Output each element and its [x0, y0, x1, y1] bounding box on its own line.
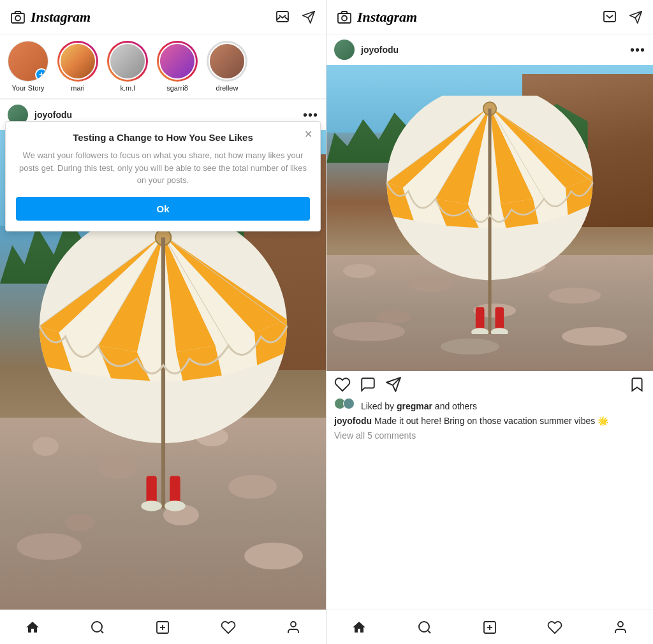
notification-body: We want your followers to focus on what …	[16, 149, 310, 187]
right-bottom-nav	[326, 610, 653, 644]
your-story-label: Your Story	[12, 84, 45, 92]
story-avatar-mari	[59, 43, 96, 80]
nav-add-left[interactable]	[155, 620, 170, 635]
left-panel: Instagram + Your Story	[0, 0, 326, 644]
umbrella-svg-left	[33, 193, 293, 538]
svg-point-18	[92, 622, 102, 632]
svg-rect-15	[170, 476, 180, 504]
story-ring-kml	[107, 41, 148, 82]
svg-point-25	[342, 15, 347, 20]
story-ring-drellew	[207, 41, 247, 82]
comment-button-right[interactable]	[360, 376, 376, 393]
left-header: Instagram	[0, 0, 326, 34]
nav-heart-right[interactable]	[547, 620, 562, 635]
svg-point-16	[141, 501, 162, 511]
svg-rect-14	[146, 476, 156, 504]
story-label-mari: mari	[71, 84, 84, 92]
story-item-mari[interactable]: mari	[57, 41, 98, 92]
share-button-right[interactable]	[385, 376, 402, 393]
send-icon-right[interactable]	[629, 10, 643, 24]
send-icon-left[interactable]	[302, 10, 316, 24]
svg-rect-0	[11, 13, 24, 23]
left-header-right	[275, 10, 316, 25]
stories-bar-left: + Your Story mari k.m.l sgarri8	[0, 34, 326, 99]
right-post-user[interactable]: joyofodu	[334, 40, 399, 60]
caption-username[interactable]: joyofodu	[334, 416, 372, 426]
svg-point-49	[618, 622, 623, 627]
svg-rect-26	[604, 11, 615, 22]
messenger-icon-right[interactable]	[602, 10, 617, 25]
svg-rect-2	[277, 11, 288, 22]
camera-icon-right[interactable]	[337, 10, 352, 25]
liked-by-rest: and others	[432, 401, 477, 411]
story-ring-sgarri8	[157, 41, 198, 82]
nav-home-left[interactable]	[25, 620, 40, 635]
right-actions-left	[334, 376, 402, 393]
instagram-logo-left: Instagram	[31, 9, 91, 26]
view-comments-link[interactable]: View all 5 comments	[326, 429, 653, 446]
svg-line-19	[101, 630, 103, 633]
right-post-header: joyofodu •••	[326, 34, 653, 65]
like-avatars	[334, 398, 355, 409]
nav-search-right[interactable]	[417, 620, 432, 635]
nav-profile-left[interactable]	[286, 620, 301, 635]
nav-heart-left[interactable]	[221, 620, 236, 635]
right-post-username: joyofodu	[361, 45, 399, 55]
svg-rect-39	[495, 307, 504, 331]
caption-body: Made it out here! Bring on those vacatio…	[374, 416, 608, 426]
svg-rect-24	[338, 13, 351, 23]
right-header-right	[602, 10, 643, 25]
story-avatar-drellew	[209, 43, 246, 80]
right-post-avatar	[334, 40, 355, 60]
nav-search-left[interactable]	[90, 620, 105, 635]
right-umbrella-scene	[326, 65, 653, 371]
story-label-kml: k.m.l	[120, 84, 135, 92]
svg-point-41	[491, 328, 508, 334]
story-label-drellew: drellew	[216, 84, 238, 92]
camera-icon[interactable]	[10, 10, 26, 25]
story-ring-mari	[57, 41, 98, 82]
story-item-sgarri8[interactable]: sgarri8	[157, 41, 198, 92]
left-header-left: Instagram	[10, 9, 91, 26]
right-header: Instagram	[326, 0, 653, 34]
svg-line-45	[427, 630, 430, 633]
story-item-kml[interactable]: k.m.l	[107, 41, 148, 92]
story-avatar-kml	[109, 43, 146, 80]
your-story-item[interactable]: + Your Story	[8, 41, 48, 92]
story-item-drellew[interactable]: drellew	[207, 41, 247, 92]
notification-close-button[interactable]: ✕	[304, 128, 312, 140]
bookmark-button-right[interactable]	[629, 376, 645, 393]
right-panel: Instagram joyofodu •••	[326, 0, 653, 644]
svg-point-44	[419, 622, 429, 632]
left-post-more-button[interactable]: •••	[303, 108, 318, 122]
your-story-avatar: +	[8, 41, 48, 82]
messenger-icon-left[interactable]	[275, 10, 290, 25]
likes-text: Liked by	[361, 401, 397, 411]
nav-home-right[interactable]	[351, 620, 367, 635]
svg-rect-38	[476, 307, 485, 331]
right-post-likes: Liked by gregmar and others	[326, 398, 653, 414]
left-post-username: joyofodu	[34, 110, 72, 120]
like-button-right[interactable]	[334, 376, 351, 393]
left-bottom-nav	[0, 610, 326, 644]
right-post-caption: joyofodu Made it out here! Bring on thos…	[326, 414, 653, 429]
right-post-more-button[interactable]: •••	[630, 43, 645, 57]
svg-point-40	[471, 328, 488, 334]
right-post-image	[326, 65, 653, 371]
notification-title: Testing a Change to How You See Likes	[16, 132, 310, 143]
right-post-actions	[326, 371, 653, 398]
notification-ok-button[interactable]: Ok	[16, 197, 310, 221]
svg-point-1	[15, 15, 20, 20]
nav-profile-right[interactable]	[613, 620, 628, 635]
umbrella-svg-right	[351, 96, 628, 334]
instagram-logo-right: Instagram	[357, 9, 417, 26]
svg-point-17	[165, 501, 186, 511]
svg-point-23	[291, 622, 296, 627]
right-header-left: Instagram	[337, 9, 417, 26]
story-avatar-sgarri8	[159, 43, 196, 80]
add-story-plus: +	[35, 68, 48, 81]
liked-by-user[interactable]: gregmar	[397, 401, 432, 411]
nav-add-right[interactable]	[482, 620, 497, 635]
story-label-sgarri8: sgarri8	[166, 84, 188, 92]
notification-banner: ✕ Testing a Change to How You See Likes …	[5, 121, 321, 231]
